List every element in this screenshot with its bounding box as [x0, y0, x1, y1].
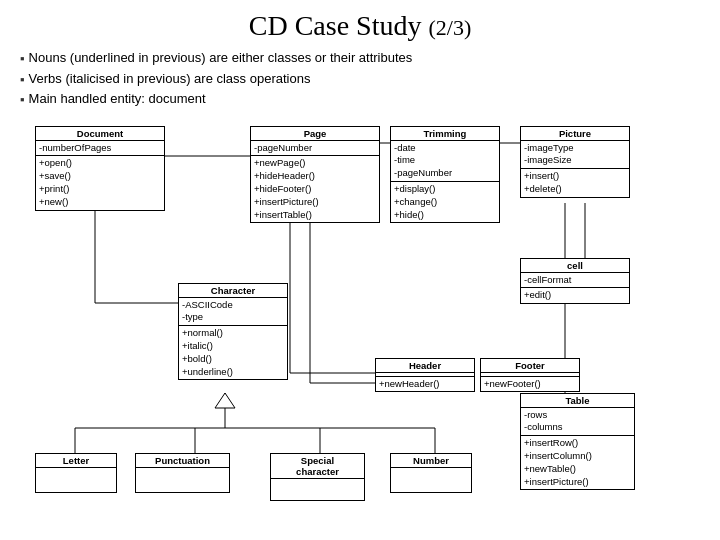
footer-class: Footer +newFooter()	[480, 358, 580, 393]
header-class: Header +newHeader()	[375, 358, 475, 393]
uml-diagram: Document -numberOfPages +open() +save() …	[20, 118, 700, 488]
picture-class: Picture -imageType -imageSize +insert() …	[520, 126, 630, 198]
document-class: Document -numberOfPages +open() +save() …	[35, 126, 165, 211]
cell-class: cell -cellFormat +edit()	[520, 258, 630, 305]
page-class: Page -pageNumber +newPage() +hideHeader(…	[250, 126, 380, 224]
svg-marker-19	[215, 393, 235, 408]
special-character-class: Special character	[270, 453, 365, 501]
punctuation-class: Punctuation	[135, 453, 230, 493]
number-class: Number	[390, 453, 472, 493]
bullet-2: ▪ Verbs (italicised in previous) are cla…	[20, 69, 700, 90]
bullets-section: ▪ Nouns (underlined in previous) are eit…	[20, 48, 700, 110]
bullet-3: ▪ Main handled entity: document	[20, 89, 700, 110]
table-class: Table -rows -columns +insertRow() +inser…	[520, 393, 635, 491]
bullet-1: ▪ Nouns (underlined in previous) are eit…	[20, 48, 700, 69]
character-class: Character -ASCIICode -type +normal() +it…	[178, 283, 288, 381]
page-subtitle: (2/3)	[428, 15, 471, 40]
letter-class: Letter	[35, 453, 117, 493]
page-title: CD Case Study (2/3)	[20, 10, 700, 42]
trimming-class: Trimming -date -time -pageNumber +displa…	[390, 126, 500, 224]
slide: CD Case Study (2/3) ▪ Nouns (underlined …	[0, 0, 720, 540]
